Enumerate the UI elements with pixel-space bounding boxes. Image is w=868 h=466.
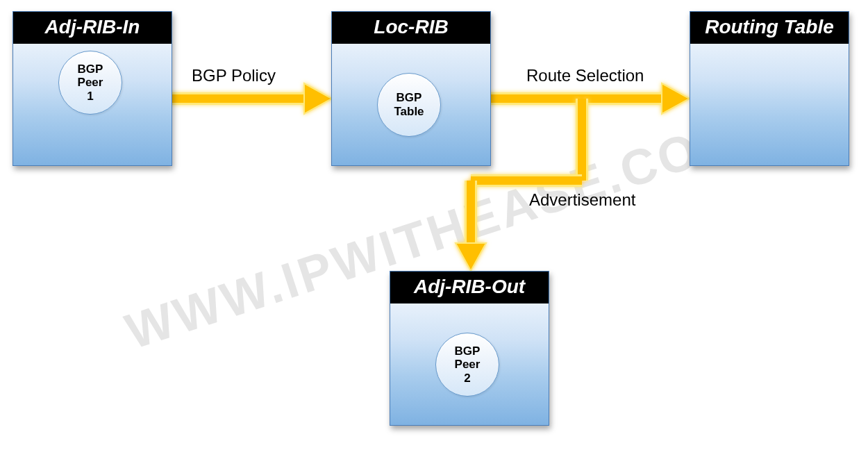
arrow-route-selection <box>486 83 690 114</box>
box-adj-rib-out: Adj-RIB-Out BGP Peer 2 <box>390 271 549 426</box>
label-advertisement: Advertisement <box>529 190 635 210</box>
box-title-routing-table: Routing Table <box>690 12 849 44</box>
svg-marker-5 <box>662 83 690 114</box>
label-route-selection: Route Selection <box>526 66 644 85</box>
label-bgp-policy: BGP Policy <box>192 66 276 85</box>
box-title-adj-rib-in: Adj-RIB-In <box>13 12 172 44</box>
circle-bgp-peer-2: BGP Peer 2 <box>435 333 499 397</box>
box-title-loc-rib: Loc-RIB <box>332 12 490 44</box>
circle-line: BGP <box>455 344 481 358</box>
circle-line: BGP <box>78 63 103 76</box>
box-title-adj-rib-out: Adj-RIB-Out <box>390 272 549 303</box>
circle-line: 1 <box>87 90 93 103</box>
svg-marker-12 <box>456 243 486 271</box>
box-body-adj-rib-in: BGP Peer 1 <box>13 44 172 165</box>
circle-line: 2 <box>464 372 470 385</box>
box-body-loc-rib: BGP Table <box>332 44 490 165</box>
box-body-routing-table <box>690 44 849 165</box>
circle-line: Table <box>394 105 424 119</box>
circle-bgp-peer-1: BGP Peer 1 <box>58 51 122 115</box>
box-loc-rib: Loc-RIB BGP Table <box>331 11 491 166</box>
circle-line: Peer <box>455 358 481 372</box>
circle-line: Peer <box>78 76 103 90</box>
box-body-adj-rib-out: BGP Peer 2 <box>390 303 549 425</box>
circle-line: BGP <box>397 91 422 105</box>
box-routing-table: Routing Table <box>690 11 849 166</box>
box-adj-rib-in: Adj-RIB-In BGP Peer 1 <box>12 11 172 166</box>
circle-bgp-table: BGP Table <box>377 73 441 137</box>
svg-marker-2 <box>304 83 332 114</box>
